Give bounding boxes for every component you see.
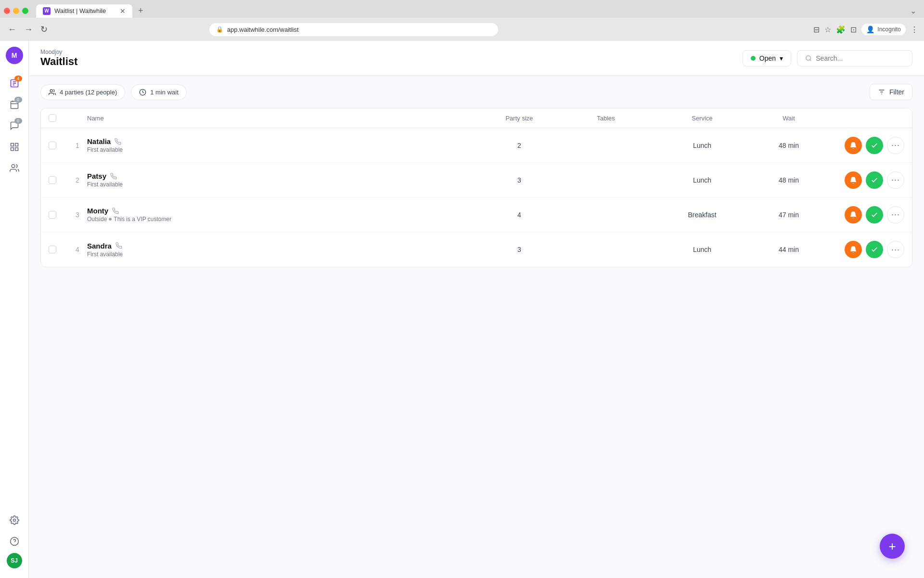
help-icon xyxy=(10,537,19,546)
browser-menu-icon[interactable]: ⋮ xyxy=(911,25,918,34)
split-screen-icon[interactable]: ⊡ xyxy=(850,25,857,34)
row-3-num: 3 xyxy=(68,211,87,219)
row-3-more-button[interactable]: ··· xyxy=(887,206,904,223)
add-icon: + xyxy=(888,539,896,554)
row-1-serve-button[interactable] xyxy=(866,137,883,154)
toolbar-stats: 4 parties (12 people) 1 min wait xyxy=(40,84,187,100)
svg-rect-11 xyxy=(15,148,18,151)
row-3-party-size: 4 xyxy=(481,211,558,219)
tab-close-button[interactable]: ✕ xyxy=(120,7,126,15)
table-header: Name Party size Tables Service Wait xyxy=(41,108,912,128)
svg-rect-9 xyxy=(15,144,18,146)
row-checkbox-cell xyxy=(49,246,68,253)
row-4-actions: ··· xyxy=(827,241,904,258)
filter-button[interactable]: Filter xyxy=(870,84,912,100)
table-row: 1 Natalia First available 2 Lunch 48 m xyxy=(41,128,912,163)
row-3-actions: ··· xyxy=(827,206,904,223)
browser-actions: ⊟ ☆ 🧩 ⊡ 👤 Incognito ⋮ xyxy=(813,24,918,35)
org-avatar[interactable]: M xyxy=(6,47,23,64)
tab-list-button[interactable]: ⌄ xyxy=(910,6,920,15)
sidebar-item-apps[interactable] xyxy=(5,137,24,157)
waitlist-badge: 4 xyxy=(14,76,22,81)
active-tab[interactable]: W Waitlist | Waitwhile ✕ xyxy=(36,4,132,18)
row-2-sub: First available xyxy=(87,181,481,188)
url-bar[interactable]: 🔒 app.waitwhile.com/waitlist xyxy=(209,23,498,36)
add-party-fab[interactable]: + xyxy=(880,534,905,559)
incognito-label: Incognito xyxy=(877,26,901,33)
sidebar-item-team[interactable] xyxy=(5,158,24,178)
messages-badge: 0 xyxy=(14,118,22,124)
search-box[interactable] xyxy=(797,50,912,66)
open-status-label: Open xyxy=(759,54,776,62)
row-4-notify-button[interactable] xyxy=(845,241,862,258)
row-2-more-button[interactable]: ··· xyxy=(887,171,904,189)
row-2-name-cell[interactable]: Patsy First available xyxy=(87,172,481,188)
maximize-window-button[interactable] xyxy=(22,8,28,14)
row-4-serve-button[interactable] xyxy=(866,241,883,258)
sidebar-item-waitlist[interactable]: 4 xyxy=(5,74,24,93)
app: M 4 0 0 xyxy=(0,41,924,578)
sidebar-item-settings[interactable] xyxy=(5,511,24,530)
bell-icon xyxy=(849,142,857,149)
select-all-checkbox[interactable] xyxy=(49,114,56,122)
team-icon xyxy=(10,163,19,173)
lock-icon: 🔒 xyxy=(216,26,223,33)
vip-separator xyxy=(109,218,112,221)
open-status-button[interactable]: Open ▾ xyxy=(743,50,791,66)
bookmark-icon[interactable]: ☆ xyxy=(824,25,831,34)
row-2-checkbox[interactable] xyxy=(49,176,56,184)
svg-line-17 xyxy=(810,60,811,61)
url-text: app.waitwhile.com/waitlist xyxy=(227,26,299,33)
name-header: Name xyxy=(87,115,481,122)
row-checkbox-cell xyxy=(49,176,68,184)
row-1-name-cell[interactable]: Natalia First available xyxy=(87,137,481,153)
phone-icon xyxy=(116,242,122,249)
incognito-button[interactable]: 👤 Incognito xyxy=(861,24,906,35)
incognito-icon: 👤 xyxy=(866,26,874,33)
row-2-serve-button[interactable] xyxy=(866,171,883,189)
parties-chip: 4 parties (12 people) xyxy=(40,84,125,100)
parties-label: 4 parties (12 people) xyxy=(60,89,117,96)
row-3-sub: Outside This is a VIP customer xyxy=(87,216,481,223)
extensions-icon[interactable]: 🧩 xyxy=(836,25,846,34)
back-button[interactable]: ← xyxy=(6,23,18,37)
table-row: 2 Patsy First available 3 Lunch 48 min xyxy=(41,163,912,197)
row-1-checkbox[interactable] xyxy=(49,142,56,149)
table-row: 3 Monty Outside This is a VIP customer xyxy=(41,197,912,232)
row-3-checkbox[interactable] xyxy=(49,211,56,219)
screen-capture-icon[interactable]: ⊟ xyxy=(813,25,820,34)
search-input[interactable] xyxy=(816,54,904,62)
people-icon xyxy=(49,89,56,96)
service-header: Service xyxy=(654,115,750,122)
row-4-num: 4 xyxy=(68,246,87,253)
forward-button[interactable]: → xyxy=(22,23,35,37)
new-tab-button[interactable]: + xyxy=(134,4,147,18)
tab-title: Waitlist | Waitwhile xyxy=(54,7,106,14)
row-3-serve-button[interactable] xyxy=(866,206,883,223)
more-icon: ··· xyxy=(891,210,900,220)
wait-label: 1 min wait xyxy=(150,89,179,96)
row-4-checkbox[interactable] xyxy=(49,246,56,253)
row-1-party-size: 2 xyxy=(481,142,558,149)
row-3-name-cell[interactable]: Monty Outside This is a VIP customer xyxy=(87,207,481,223)
sidebar-item-help[interactable] xyxy=(5,532,24,551)
user-avatar[interactable]: SJ xyxy=(7,553,22,568)
row-1-sub: First available xyxy=(87,146,481,153)
row-4-name-cell[interactable]: Sandra First available xyxy=(87,242,481,258)
reload-button[interactable]: ↻ xyxy=(38,22,50,37)
row-3-name: Monty xyxy=(87,207,481,215)
row-4-more-button[interactable]: ··· xyxy=(887,241,904,258)
close-window-button[interactable] xyxy=(4,8,10,14)
row-3-wait: 47 min xyxy=(750,211,827,219)
row-3-notify-button[interactable] xyxy=(845,206,862,223)
row-2-notify-button[interactable] xyxy=(845,171,862,189)
minimize-window-button[interactable] xyxy=(13,8,19,14)
filter-icon xyxy=(878,88,886,96)
sidebar-item-calendar[interactable]: 0 xyxy=(5,95,24,114)
sidebar-item-messages[interactable]: 0 xyxy=(5,116,24,135)
row-1-more-button[interactable]: ··· xyxy=(887,137,904,154)
row-1-notify-button[interactable] xyxy=(845,137,862,154)
row-1-num: 1 xyxy=(68,142,87,149)
party-size-header: Party size xyxy=(481,115,558,122)
svg-point-18 xyxy=(50,89,52,92)
